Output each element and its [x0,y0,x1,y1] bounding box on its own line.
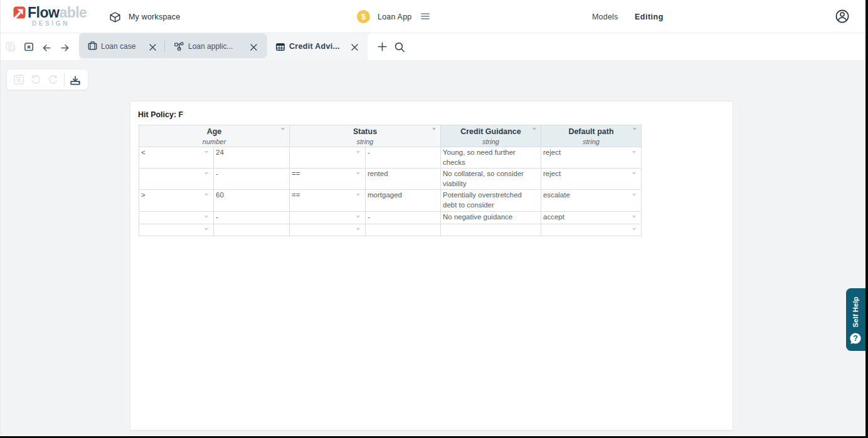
svg-text:?: ? [853,334,858,343]
